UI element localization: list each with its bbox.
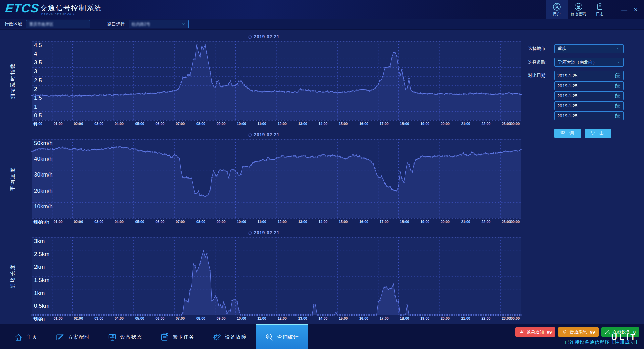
- svg-text:11:00: 11:00: [257, 220, 266, 224]
- svg-text:18:00: 18:00: [400, 220, 409, 224]
- svg-text:03:00: 03:00: [94, 122, 103, 126]
- header-action-log[interactable]: 日志: [589, 0, 610, 19]
- svg-text:13:00: 13:00: [298, 220, 307, 224]
- svg-text:20:00: 20:00: [441, 122, 450, 126]
- calendar-icon[interactable]: 15: [615, 93, 621, 99]
- close-button[interactable]: ×: [631, 5, 640, 14]
- nav-item-home[interactable]: 主页: [5, 324, 46, 349]
- nav-item-label: 设备故障: [225, 334, 247, 340]
- svg-text:02:00: 02:00: [74, 122, 83, 126]
- header-action-password[interactable]: 修改密码: [568, 0, 589, 19]
- chevron-down-icon: [616, 47, 620, 51]
- nav-item-label: 查询统计: [277, 334, 299, 340]
- legend-date-label: 2019-02-21: [254, 34, 280, 39]
- svg-text:17:00: 17:00: [380, 220, 389, 224]
- region-label: 行政区域: [5, 21, 22, 27]
- chevron-down-icon: [616, 60, 620, 64]
- nav-item-plan[interactable]: 方案配时: [46, 324, 99, 349]
- svg-text:05:00: 05:00: [135, 220, 144, 224]
- compare-date-input-2[interactable]: 2019-1-25 15: [554, 81, 624, 90]
- date-value: 2019-1-25: [557, 73, 615, 78]
- nav-item-device-fault[interactable]: 设备故障: [203, 324, 256, 349]
- header-actions: 用户 修改密码 日志: [546, 0, 610, 19]
- date-value: 2019-1-25: [557, 93, 615, 98]
- svg-text:3.5: 3.5: [34, 59, 42, 66]
- compare-date-input-3[interactable]: 2019-1-25 15: [554, 91, 624, 100]
- compare-date-input-1[interactable]: 2019-1-25 15: [554, 71, 624, 80]
- date-value: 2019-1-25: [557, 103, 615, 108]
- chart-plot-1: 4.543.532.521.510.5000:0001:0002:0003:00…: [3, 40, 525, 130]
- svg-text:04:00: 04:00: [115, 122, 124, 126]
- svg-text:05:00: 05:00: [135, 316, 144, 320]
- plan-timing-icon: [55, 333, 64, 342]
- chart-legend[interactable]: 2019-02-21: [3, 33, 525, 40]
- minimize-button[interactable]: —: [620, 5, 629, 14]
- badge-label: 在线设备: [613, 329, 630, 335]
- badge-online[interactable]: 在线设备 0: [601, 327, 639, 337]
- nav-item-device-status[interactable]: 设备状态: [99, 324, 151, 349]
- svg-text:14:00: 14:00: [319, 316, 328, 320]
- badge-count: 99: [547, 330, 552, 335]
- compare-date-input-4[interactable]: 2019-1-25 15: [554, 101, 624, 110]
- legend-date-label: 2019-02-21: [254, 230, 280, 235]
- svg-text:4: 4: [34, 51, 37, 57]
- header-action-user[interactable]: 用户: [546, 0, 568, 19]
- road-value: 学府大道（南北向）: [558, 59, 614, 65]
- svg-text:00:00: 00:00: [33, 122, 42, 126]
- badge-message[interactable]: 普通消息 99: [558, 327, 598, 337]
- city-select[interactable]: 重庆: [554, 44, 624, 53]
- svg-text:0.5km: 0.5km: [34, 303, 49, 309]
- svg-text:07:00: 07:00: [176, 316, 185, 320]
- y-axis-title-1: 拥堵延时指数: [10, 63, 16, 99]
- nav-item-label: 设备状态: [120, 334, 142, 340]
- road-select[interactable]: 学府大道（南北向）: [554, 58, 624, 67]
- badge-urgent[interactable]: 紧急通知 99: [515, 327, 555, 337]
- svg-text:08:00: 08:00: [196, 122, 205, 126]
- region-value: 重庆市南岸区: [29, 21, 81, 27]
- svg-text:16:00: 16:00: [359, 316, 368, 320]
- svg-text:21:00: 21:00: [461, 122, 470, 126]
- svg-text:1km: 1km: [34, 290, 45, 296]
- junction-label: 路口选择: [107, 21, 125, 27]
- header-action-label: 用户: [553, 12, 561, 17]
- svg-text:03:00: 03:00: [94, 220, 103, 224]
- chart-block-3: 2019-02-21 3km2.5km2km1.5km1km0.5km0km00…: [3, 229, 525, 325]
- junction-dropdown[interactable]: 杜内路2号: [129, 20, 189, 28]
- connection-status-text: 已连接设备通信程序【注册成功】: [565, 339, 640, 345]
- svg-text:17:00: 17:00: [380, 316, 389, 320]
- svg-text:2.5: 2.5: [34, 77, 42, 84]
- app-subtitle: ETCV6.SETUPV6.4: [41, 13, 75, 16]
- svg-text:16:00: 16:00: [359, 122, 368, 126]
- svg-text:07:00: 07:00: [176, 220, 185, 224]
- calendar-icon[interactable]: 15: [615, 103, 621, 109]
- svg-text:00:00: 00:00: [33, 220, 42, 224]
- nav-item-guard-task[interactable]: 警卫任务: [151, 324, 203, 349]
- charts-area: 2019-02-21 4.543.532.521.510.5000:0001:0…: [3, 30, 525, 324]
- query-button[interactable]: 查 询: [554, 129, 581, 138]
- compare-date-input-5[interactable]: 2019-1-25 15: [554, 111, 624, 120]
- svg-text:23:00: 23:00: [502, 122, 511, 126]
- svg-text:00:00: 00:00: [511, 316, 520, 320]
- region-dropdown[interactable]: 重庆市南岸区: [26, 20, 90, 28]
- calendar-icon[interactable]: 15: [615, 113, 621, 119]
- chevron-down-icon: [181, 22, 185, 26]
- date-value: 2019-1-25: [557, 113, 615, 118]
- nav-item-query-stats[interactable]: 查询统计: [256, 324, 308, 349]
- svg-text:10:00: 10:00: [237, 220, 246, 224]
- calendar-icon[interactable]: 15: [615, 83, 621, 89]
- nav-item-label: 主页: [26, 334, 37, 340]
- svg-text:1.5km: 1.5km: [34, 277, 49, 283]
- svg-text:12:00: 12:00: [278, 316, 287, 320]
- export-button[interactable]: 导 出: [585, 129, 611, 138]
- chart-legend[interactable]: 2019-02-21: [3, 229, 525, 236]
- svg-text:06:00: 06:00: [156, 122, 165, 126]
- filter-bar: 行政区域 重庆市南岸区 路口选择 杜内路2号: [0, 19, 644, 30]
- chart-legend[interactable]: 2019-02-21: [3, 131, 525, 138]
- svg-text:06:00: 06:00: [156, 316, 165, 320]
- svg-text:04:00: 04:00: [115, 316, 124, 320]
- window-separator: [614, 4, 614, 15]
- svg-text:15:00: 15:00: [339, 220, 348, 224]
- query-side-panel: 选择城市: 重庆 选择道路: 学府大道（南北向） 对比日期: 2019-1-25…: [525, 30, 643, 324]
- calendar-icon[interactable]: 15: [615, 73, 621, 79]
- svg-text:18:00: 18:00: [400, 316, 409, 320]
